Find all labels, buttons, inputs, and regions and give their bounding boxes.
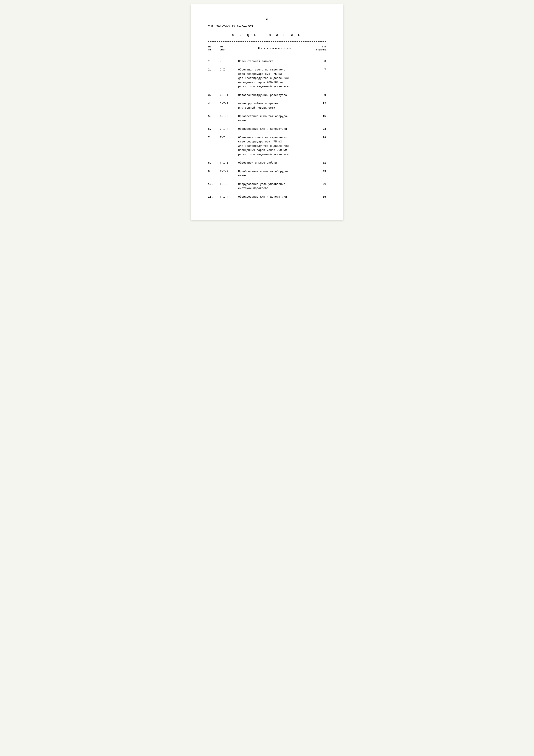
table-row: 10. Т-I-3 Оборудование узла управленияси… [208, 180, 326, 193]
header-num: №№пп [208, 45, 220, 51]
row-code-6: С-I-4 [220, 127, 238, 131]
row-code-1: – [220, 59, 238, 64]
page-number: - 3 - [208, 17, 326, 21]
table-row: 6. С-I-4 Оборудование КИП и автоматики 2… [208, 125, 326, 133]
row-num-2: 2. [208, 68, 220, 72]
row-num-5: 5. [208, 114, 220, 119]
document-page: - 3 - Т.П. 704-I-№3.83 Альбом VII С О Д … [191, 4, 343, 220]
table-header: №№пп №№Смет Н а и м е н о в а н и е № №с… [208, 43, 326, 53]
section-title: С О Д Е Р Ж А Н И Е [208, 33, 326, 37]
row-code-9: Т-I-2 [220, 169, 238, 174]
row-name-7: Объектная смета на строитель-ство резерв… [238, 136, 311, 157]
header-page: № №страниц [311, 45, 326, 51]
row-page-11: 65 [311, 195, 326, 199]
row-name-4: Антикоррозийное покрытиевнутренней повер… [238, 101, 311, 110]
row-num-1: I . [208, 59, 220, 64]
row-name-8: Общестроительные работы [238, 161, 311, 165]
table-row: 9. Т-I-2 Приобретение и монтаж оборудо-в… [208, 167, 326, 180]
row-page-4: 12 [311, 101, 326, 106]
table-row: 7. Т-I Объектная смета на строитель-ство… [208, 133, 326, 159]
row-name-2: Объектная смета на строитель-ство резерв… [238, 68, 311, 89]
header-code: №№Смет [220, 45, 238, 51]
row-num-9: 9. [208, 169, 220, 174]
row-code-10: Т-I-3 [220, 182, 238, 186]
row-page-6: 23 [311, 127, 326, 131]
table-row: I . – Пояснительная записка 6 [208, 57, 326, 66]
table-row: 8. Т-I-I Общестроительные работы 31 [208, 159, 326, 167]
table-row: 3. С-I-I Металлоконструкции резервуара 9 [208, 91, 326, 99]
header-name: Н а и м е н о в а н и е [238, 47, 311, 50]
table-row: 4. С-I-2 Антикоррозийное покрытиевнутрен… [208, 99, 326, 112]
row-num-6: 6. [208, 127, 220, 131]
row-code-4: С-I-2 [220, 101, 238, 106]
row-num-11: 11. [208, 195, 220, 199]
row-code-7: Т-I [220, 136, 238, 140]
bottom-header-dashed-line [208, 55, 326, 55]
table-row: 11. Т-I-4 Оборудование КИП и автоматики … [208, 193, 326, 201]
row-page-7: 29 [311, 136, 326, 140]
row-name-6: Оборудование КИП и автоматики [238, 127, 311, 131]
table-body: I . – Пояснительная записка 6 2. С-I Объ… [208, 57, 326, 201]
row-page-10: 51 [311, 182, 326, 186]
row-code-3: С-I-I [220, 93, 238, 97]
row-name-11: Оборудование КИП и автоматики [238, 195, 311, 199]
row-page-8: 31 [311, 161, 326, 165]
row-page-2: 7 [311, 68, 326, 72]
row-code-2: С-I [220, 68, 238, 72]
row-num-7: 7. [208, 136, 220, 140]
top-dashed-line [208, 41, 326, 42]
row-page-9: 43 [311, 169, 326, 174]
row-name-5: Приобретение и монтаж оборудо-вания [238, 114, 311, 122]
row-name-1: Пояснительная записка [238, 59, 311, 64]
row-name-10: Оборудование узла управлениясистемой под… [238, 182, 311, 191]
doc-reference: Т.П. 704-I-№3.83 Альбом VII [208, 25, 326, 28]
table-row: 2. С-I Объектная смета на строитель-ство… [208, 66, 326, 91]
row-page-1: 6 [311, 59, 326, 64]
row-page-3: 9 [311, 93, 326, 97]
row-num-4: 4. [208, 101, 220, 106]
row-num-3: 3. [208, 93, 220, 97]
row-num-10: 10. [208, 182, 220, 186]
row-name-9: Приобретение и монтаж оборудо-вания [238, 169, 311, 178]
row-page-5: 15 [311, 114, 326, 119]
row-code-11: Т-I-4 [220, 195, 238, 199]
row-code-8: Т-I-I [220, 161, 238, 165]
row-name-3: Металлоконструкции резервуара [238, 93, 311, 97]
row-num-8: 8. [208, 161, 220, 165]
row-code-5: С-I-3 [220, 114, 238, 119]
table-row: 5. С-I-3 Приобретение и монтаж оборудо-в… [208, 112, 326, 125]
